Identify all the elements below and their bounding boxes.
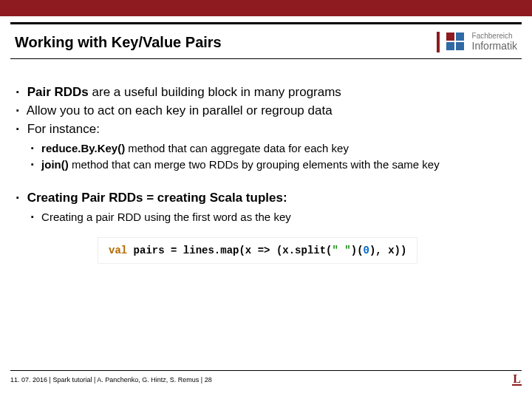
bullet-bold: Creating Pair RDDs = creating Scala tupl… xyxy=(27,191,287,205)
page-title: Working with Key/Value Pairs xyxy=(15,34,222,51)
code-text: ), x)) xyxy=(369,245,406,256)
footer: 11. 07. 2016 | Spark tutorial | A. Panch… xyxy=(10,370,522,386)
logo-line2: Informatik xyxy=(472,41,517,52)
bullet-item: Creating Pair RDDs = creating Scala tupl… xyxy=(16,190,516,207)
sub-bullet-bold: reduce.By.Key() xyxy=(41,142,128,154)
code-string: " " xyxy=(332,245,351,256)
bullet-text: Allow you to act on each key in parallel… xyxy=(27,103,332,117)
sub-bullet-bold: join() xyxy=(41,158,72,171)
department-logo: Fachbereich Informatik xyxy=(435,32,517,52)
code-number: 0 xyxy=(364,245,369,256)
code-keyword: val xyxy=(109,245,127,256)
logo-text: Fachbereich Informatik xyxy=(472,33,517,51)
sub-bullet-item: join() method that can merge two RDDs by… xyxy=(31,157,516,172)
bullet-item: Allow you to act on each key in parallel… xyxy=(16,103,516,120)
sub-bullet-group: Creating a pair RDD using the first word… xyxy=(16,210,516,225)
bullet-item: For instance: xyxy=(16,121,516,138)
sub-bullet-text: method that can aggregate data for each … xyxy=(128,142,349,154)
header: Working with Key/Value Pairs Fachbereich… xyxy=(0,24,532,58)
logo-accent-bar xyxy=(437,32,440,52)
bullet-item: Pair RDDs are a useful building block in… xyxy=(16,84,516,101)
code-block: val pairs = lines.map(x => (x.split(" ")… xyxy=(98,237,417,265)
slide-content: Pair RDDs are a useful building block in… xyxy=(0,59,532,264)
bullet-text: are a useful building block in many prog… xyxy=(92,85,341,99)
sub-bullet-text: Creating a pair RDD using the first word… xyxy=(41,211,291,223)
code-text: = xyxy=(171,245,183,256)
bullet-bold: Pair RDDs xyxy=(27,85,92,99)
code-text: )( xyxy=(351,245,364,256)
code-text: (x.split( xyxy=(276,245,332,256)
sub-bullet-item: reduce.By.Key() method that can aggregat… xyxy=(31,141,516,156)
footer-logo-icon: L xyxy=(512,374,522,386)
code-text: => xyxy=(258,245,276,256)
sub-bullet-text: method that can merge two RDDs by groupi… xyxy=(72,158,440,171)
code-text: pairs xyxy=(127,245,171,256)
sub-bullet-group: reduce.By.Key() method that can aggregat… xyxy=(16,141,516,173)
top-brand-bar xyxy=(0,0,532,16)
footer-text: 11. 07. 2016 | Spark tutorial | A. Panch… xyxy=(10,376,212,383)
sub-bullet-item: Creating a pair RDD using the first word… xyxy=(31,210,516,225)
logo-squares-icon xyxy=(446,32,466,52)
code-text: lines.map(x xyxy=(183,245,258,256)
bullet-text: For instance: xyxy=(27,122,100,136)
